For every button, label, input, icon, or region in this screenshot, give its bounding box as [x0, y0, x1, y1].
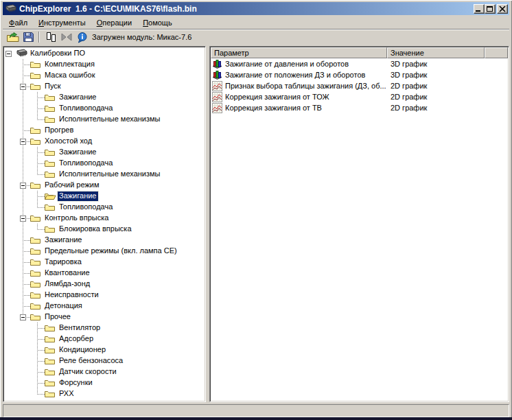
tree-node-label[interactable]: Топливоподача — [58, 159, 114, 168]
tree-expander-icon[interactable] — [20, 215, 26, 222]
tree-guide-line — [23, 306, 30, 307]
table-row[interactable]: Коррекция зажигания от ТОЖ2D график — [211, 91, 508, 102]
tree-node-label[interactable]: Прогрев — [43, 126, 75, 135]
tree-node[interactable]: Кондиционер — [5, 345, 205, 355]
tree-node[interactable]: Лямбда-зонд — [5, 279, 205, 290]
tree-node-label[interactable]: Зажигание — [43, 235, 84, 245]
tree-node-label[interactable]: Зажигание — [58, 148, 98, 157]
menu-item-1[interactable]: Инструменты — [33, 17, 91, 28]
tree-node[interactable]: Исполнительные механизмы — [5, 114, 205, 125]
tree-guide-line — [23, 75, 30, 76]
tree-node[interactable]: Прогрев — [5, 125, 205, 136]
table-row[interactable]: Зажигание от положения ДЗ и оборотов3D г… — [211, 69, 508, 80]
tree-node[interactable]: Контроль впрыска — [5, 213, 205, 224]
tree-node[interactable]: Исполнительные механизмы — [5, 169, 205, 180]
tree-expander-icon[interactable] — [20, 314, 26, 320]
tree-node-label[interactable]: Холостой ход — [43, 137, 93, 146]
tree-node[interactable]: Датчик скорости — [5, 366, 205, 377]
tree-guide-line — [37, 147, 38, 152]
tree-node-label[interactable]: Неисправности — [43, 290, 100, 300]
tree-node-label[interactable]: Блокировка впрыска — [58, 224, 133, 234]
tree-node-label[interactable]: Форсунки — [58, 378, 94, 388]
tree-node-label[interactable]: Контроль впрыска — [43, 213, 110, 223]
table-row[interactable]: Признак выбора таблицы зажигания (ДЗ, об… — [211, 80, 508, 91]
toolbar-buttons — [5, 30, 90, 44]
minimize-button[interactable] — [474, 4, 485, 14]
tree-node-label[interactable]: Исполнительные механизмы — [58, 115, 162, 124]
tree-node[interactable]: Прочее — [5, 312, 205, 323]
tree-node-label[interactable]: РХХ — [58, 389, 75, 399]
chip-icon — [16, 49, 28, 58]
title-bar[interactable]: ChipExplorer 1.6 - C:\ECU\MIKAS76\flash.… — [3, 2, 509, 15]
tree-node-label[interactable]: Предельные режимы (вкл. лампа CE) — [43, 246, 178, 256]
tree-guide-line — [23, 169, 23, 180]
tree-guide-line — [23, 70, 23, 75]
calibration-tree-panel[interactable]: Калибровки ПОКомплектацияМаска ошибокПус… — [3, 46, 206, 402]
menu-item-3[interactable]: Помощь — [137, 17, 178, 28]
tree-node[interactable]: Калибровки ПО — [5, 48, 205, 59]
tree-node[interactable]: Предельные режимы (вкл. лампа CE) — [5, 246, 205, 257]
maximize-button[interactable] — [485, 4, 496, 14]
tree-node[interactable]: Топливоподача — [5, 103, 205, 114]
tree-node-label[interactable]: Датчик скорости — [58, 367, 118, 377]
tree-node-label[interactable]: Исполнительные механизмы — [58, 170, 162, 179]
tree-node[interactable]: Вентилятор — [5, 323, 205, 334]
tree-node-label[interactable]: Адсорбер — [58, 334, 95, 344]
tree-node-label[interactable]: Лямбда-зонд — [43, 279, 91, 289]
tree-node[interactable]: Квантование — [5, 268, 205, 279]
tree-node[interactable]: Зажигание — [5, 235, 205, 246]
tree-expander-icon[interactable] — [20, 183, 26, 189]
save-button[interactable] — [21, 30, 36, 44]
tree-expander-icon[interactable] — [20, 139, 26, 145]
open-button[interactable] — [5, 30, 21, 44]
tree-node[interactable]: Детонация — [5, 301, 205, 312]
tree-node[interactable]: Холостой ход — [5, 136, 205, 147]
tree-node-label[interactable]: Рабочий режим — [43, 180, 101, 190]
tree-node[interactable]: Тарировка — [5, 257, 205, 268]
tree-node[interactable]: РХХ — [5, 388, 205, 399]
tree-node-label[interactable]: Реле бензонасоса — [58, 356, 124, 366]
tree-node[interactable]: Зажигание — [5, 147, 205, 158]
info-button[interactable] — [74, 30, 90, 44]
tree-node[interactable]: Комплектация — [5, 59, 205, 70]
tree-node-label[interactable]: Квантование — [43, 268, 91, 278]
tree-node[interactable]: Зажигание — [5, 191, 205, 202]
tree-node-label[interactable]: Тарировка — [43, 257, 83, 267]
tree-node[interactable]: Форсунки — [5, 377, 205, 388]
tree-node[interactable]: Реле бензонасоса — [5, 355, 205, 366]
table-row[interactable]: Зажигание от давления и оборотов3D графи… — [211, 58, 508, 69]
tree-node-label[interactable]: Детонация — [43, 301, 84, 311]
tree-node-label[interactable]: Прочее — [43, 312, 72, 322]
compare-button[interactable] — [43, 30, 58, 44]
tree-node[interactable]: Адсорбер — [5, 334, 205, 345]
tree-node[interactable]: Зажигание — [5, 92, 205, 103]
tree-expander-icon[interactable] — [20, 84, 26, 90]
column-header-parameter[interactable]: Параметр — [211, 47, 387, 58]
tree-node[interactable]: Рабочий режим — [5, 180, 205, 191]
tree-guide-line — [37, 355, 38, 361]
menu-item-2[interactable]: Операции — [91, 17, 137, 28]
tree-node-label[interactable]: Зажигание — [58, 93, 98, 102]
tree-node[interactable]: Топливоподача — [5, 158, 205, 169]
tree-node-label[interactable]: Топливоподача — [58, 202, 114, 212]
tree-node[interactable]: Топливоподача — [5, 202, 205, 213]
tree-node-label[interactable]: Топливоподача — [58, 104, 114, 113]
table-row[interactable]: Коррекция зажигания от ТВ2D график — [211, 102, 508, 113]
tree-node-label[interactable]: Кондиционер — [58, 345, 107, 355]
tree-node-label[interactable]: Вентилятор — [58, 323, 102, 333]
tree-node[interactable]: Блокировка впрыска — [5, 224, 205, 235]
tree-node-label[interactable]: Зажигание — [58, 191, 98, 201]
tree-node-label[interactable]: Пуск — [43, 82, 62, 91]
tree-expander-icon[interactable] — [5, 51, 12, 57]
tree-node[interactable]: Неисправности — [5, 290, 205, 301]
column-header-value[interactable]: Значение — [387, 47, 485, 58]
tree-node-label[interactable]: Комплектация — [43, 60, 96, 69]
tree-node[interactable]: Пуск — [5, 81, 205, 92]
tree-node-label[interactable]: Маска ошибок — [43, 71, 96, 80]
tree-guide-line — [37, 163, 38, 169]
menu-item-0[interactable]: Файл — [3, 17, 33, 28]
info-icon — [76, 32, 89, 43]
close-button[interactable] — [497, 4, 508, 14]
tree-node[interactable]: Маска ошибок — [5, 70, 205, 81]
tree-node-label[interactable]: Калибровки ПО — [29, 49, 86, 58]
